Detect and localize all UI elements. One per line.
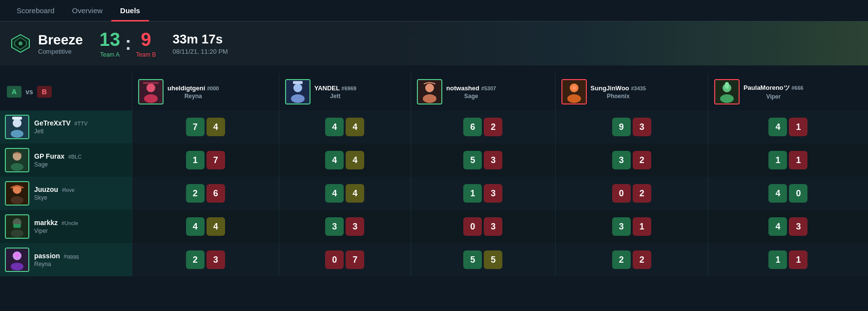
opponent-name-2: notwashed [446,84,479,92]
wins-badge: 1 [186,151,205,169]
svg-point-5 [144,94,158,103]
duel-cell-1-4: 1 1 [708,144,868,177]
player-tag: #love [62,187,75,193]
wins-badge: 1 [463,184,482,203]
wins-badge: 3 [612,151,631,169]
opponent-header-1: YANDEL #6969 Jett [279,73,411,110]
duel-cell-4-1: 0 7 [279,243,411,276]
opponent-name-3: SungJinWoo [591,84,629,92]
opponent-header-0: uheldigtgeni #000 Reyna [132,73,279,110]
wins-badge: 4 [768,118,787,136]
badge-a: A [7,86,21,98]
player-cell: GP Furax #BLC Sage [0,144,132,177]
duel-cell-2-1: 4 4 [279,177,411,210]
wins-badge: 4 [325,151,344,169]
losses-badge: 3 [633,118,651,136]
player-name: GeTreXxTV [34,119,71,127]
wins-badge: 4 [768,217,787,236]
svg-point-13 [423,94,436,103]
wins-badge: 6 [463,118,482,136]
player-cell: Juuzou #love Skye [0,177,132,210]
player-agent: Viper [34,228,127,234]
badge-b: B [37,86,52,98]
opponent-agent-1: Jett [314,93,356,100]
duels-table: A vs B [0,73,868,276]
tab-scoreboard[interactable]: Scoreboard [8,0,63,21]
svg-rect-6 [143,82,159,84]
losses-badge: 2 [633,151,651,169]
wins-badge: 1 [768,250,787,269]
svg-point-23 [13,119,21,127]
svg-point-24 [11,130,23,138]
duel-cell-3-3: 3 1 [555,210,708,243]
wins-badge: 2 [612,250,631,269]
map-icon [10,33,31,54]
header-row: A vs B [0,73,868,110]
losses-badge: 7 [207,151,225,169]
svg-point-28 [11,163,23,171]
losses-badge: 4 [346,151,364,169]
losses-badge: 4 [346,118,364,136]
score-team-a: 13 [100,29,120,50]
duel-cell-4-0: 2 3 [132,243,279,276]
svg-rect-10 [293,81,303,84]
tab-duels[interactable]: Duels [111,0,149,21]
player-cell: GeTreXxTV #TTV Jett [0,110,132,144]
player-avatar [5,214,29,239]
map-type: Competitive [38,48,88,55]
wins-badge: 4 [325,184,344,203]
losses-badge: 4 [346,184,364,203]
wins-badge: 1 [768,151,787,169]
opponent-tag-0: #000 [207,85,219,91]
losses-badge: 3 [484,184,502,203]
player-name: Juuzou [34,186,58,193]
player-avatar [5,115,29,139]
losses-badge: 2 [633,250,651,269]
opponent-tag-2: #5307 [481,85,496,91]
opponent-header-3: SungJinWoo #3435 Phoenix [555,73,708,110]
losses-badge: 4 [207,217,225,236]
player-row: Juuzou #love Skye 2 6 4 4 1 3 0 [0,177,868,210]
opponent-avatar-2 [417,79,442,104]
wins-badge: 3 [325,217,344,236]
duel-cell-3-1: 3 3 [279,210,411,243]
losses-badge: 0 [789,184,807,203]
opponent-tag-1: #6969 [341,85,356,91]
duel-cell-1-1: 4 4 [279,144,411,177]
losses-badge: 3 [484,217,502,236]
duel-cell-0-1: 4 4 [279,110,411,144]
wins-badge: 9 [612,118,631,136]
match-duration: 33m 17s [172,32,227,47]
svg-point-4 [146,83,155,92]
duel-cell-2-0: 2 6 [132,177,279,210]
losses-badge: 6 [207,184,225,203]
losses-badge: 3 [207,250,225,269]
wins-badge: 0 [325,250,344,269]
wins-badge: 5 [463,151,482,169]
vs-label: vs [25,88,33,96]
player-name: GP Furax [34,152,64,160]
player-tag: #Uncle [62,220,78,226]
losses-badge: 2 [484,118,502,136]
wins-badge: 4 [325,118,344,136]
losses-badge: 7 [346,250,364,269]
tab-overview[interactable]: Overview [63,0,112,21]
svg-point-20 [720,94,734,103]
opponent-agent-0: Reyna [167,93,219,100]
duel-cell-4-3: 2 2 [555,243,708,276]
svg-point-12 [425,83,434,92]
opponent-agent-4: Viper [744,93,804,100]
losses-badge: 3 [346,217,364,236]
team-badge-cell: A vs B [0,73,132,110]
duel-cell-0-0: 7 4 [132,110,279,144]
wins-badge: 2 [186,250,205,269]
losses-badge: 1 [789,151,807,169]
duel-cell-0-2: 6 2 [411,110,555,144]
player-row: GP Furax #BLC Sage 1 7 4 4 5 3 3 [0,144,868,177]
opponent-avatar-4 [714,79,740,104]
duel-cell-3-2: 0 3 [411,210,555,243]
losses-badge: 3 [484,151,502,169]
svg-rect-25 [12,117,22,120]
player-tag: #TTV [74,121,87,126]
player-name: passion [34,252,60,260]
